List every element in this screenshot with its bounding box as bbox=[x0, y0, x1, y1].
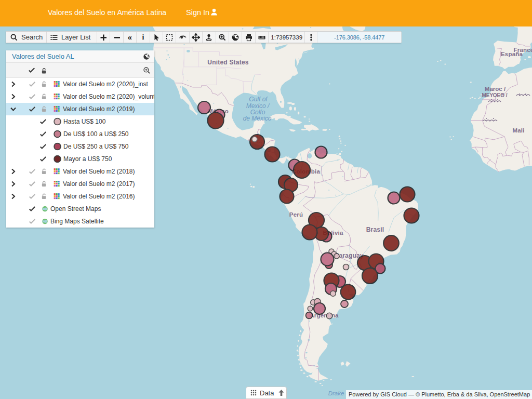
svg-text:ΜΕΥΟΕΘ /: ΜΕΥΟΕΘ / bbox=[482, 92, 507, 98]
svg-text:Mali: Mali bbox=[512, 127, 524, 134]
svg-text:Drake: Drake bbox=[328, 390, 344, 396]
svg-text:France: France bbox=[514, 47, 532, 53]
svg-text:de México: de México bbox=[243, 115, 272, 122]
svg-text:Perú: Perú bbox=[289, 211, 303, 218]
svg-text:Maroc /: Maroc / bbox=[485, 86, 506, 92]
svg-text:United States: United States bbox=[207, 59, 248, 66]
svg-text:Gulf of: Gulf of bbox=[249, 96, 268, 103]
svg-text:Argentina: Argentina bbox=[310, 312, 339, 318]
svg-text:Brasil: Brasil bbox=[366, 226, 384, 233]
